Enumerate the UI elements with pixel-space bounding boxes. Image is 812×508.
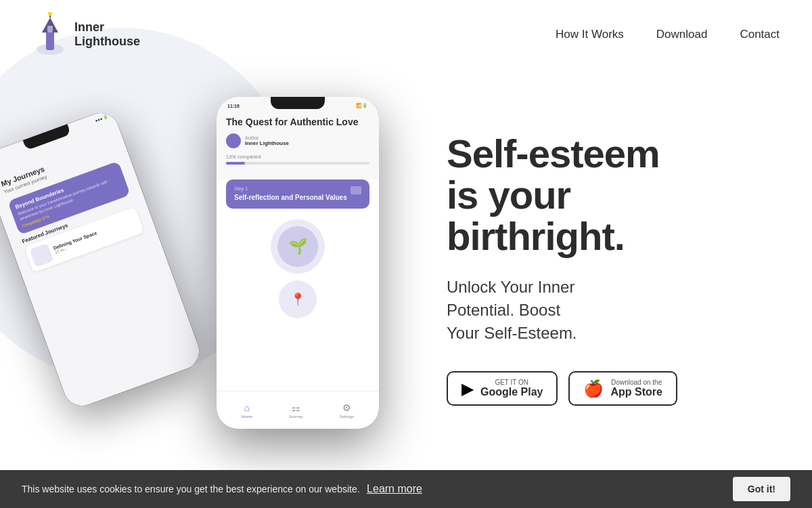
back-phone-screen-content: My Journeys Your current journey Beyond … bbox=[0, 125, 196, 402]
cookie-banner: This website uses cookies to ensure you … bbox=[0, 470, 812, 508]
front-inner-circle: 🌱 bbox=[277, 226, 318, 267]
svg-rect-3 bbox=[47, 26, 53, 33]
logo[interactable]: Inner Lighthouse bbox=[32, 12, 140, 56]
front-nav-home[interactable]: ⌂ Home bbox=[242, 402, 252, 419]
google-play-label: Google Play bbox=[480, 387, 543, 398]
front-author-name: Inner Lighthouse bbox=[245, 140, 289, 146]
front-step-title: Self-reflection and Personal Values bbox=[234, 193, 347, 202]
svg-point-5 bbox=[48, 12, 52, 16]
front-phone-time: 11:16 bbox=[227, 104, 240, 108]
hero-heading-line3: birthright. bbox=[447, 214, 625, 258]
store-buttons: ▶ GET IT ON Google Play 🍎 Download on th… bbox=[447, 371, 771, 406]
front-small-circle: 📍 bbox=[279, 280, 317, 318]
hero-heading-line2: is your bbox=[447, 173, 570, 217]
hero-subheading-line2: Potential. Boost bbox=[447, 301, 560, 319]
front-circles-area: 🌱 bbox=[217, 219, 379, 274]
phones-area: 10:29 ●●● 🔋 My Journeys Your current jou… bbox=[0, 90, 420, 449]
nav-how-it-works[interactable]: How It Works bbox=[556, 28, 624, 41]
front-big-circle: 🌱 bbox=[271, 219, 325, 274]
hero-subheading-line1: Unlock Your Inner bbox=[447, 278, 574, 296]
nav-contact[interactable]: Contact bbox=[740, 28, 780, 41]
front-step-icon bbox=[351, 186, 361, 194]
front-progress-bar-fill bbox=[226, 162, 245, 165]
front-progress-label: 13% completed bbox=[226, 154, 369, 160]
front-step-label: Step 1 bbox=[234, 186, 347, 191]
app-store-pre-text: Download on the bbox=[610, 379, 662, 386]
apple-icon: 🍎 bbox=[583, 381, 604, 397]
front-progress-bar-bg bbox=[226, 162, 369, 165]
front-nav-journey[interactable]: ⚏ Journey bbox=[288, 402, 302, 419]
front-bottom-nav: ⌂ Home ⚏ Journey ⚙ Settings bbox=[217, 391, 379, 429]
plant-icon: 🌱 bbox=[289, 238, 307, 255]
hero-text: Self-esteem is your birthright. Unlock Y… bbox=[420, 133, 771, 406]
front-author-row: Author Inner Lighthouse bbox=[226, 133, 369, 148]
nav-links: How It Works Download Contact bbox=[556, 28, 780, 41]
journey-icon: ⚏ bbox=[292, 402, 300, 413]
front-small-circle-row: 📍 bbox=[217, 280, 379, 318]
hero-subheading: Unlock Your Inner Potential. Boost Your … bbox=[447, 276, 771, 344]
brand-name-line1: Inner bbox=[74, 20, 140, 35]
back-mini-card-icon bbox=[29, 242, 53, 267]
hero-heading: Self-esteem is your birthright. bbox=[447, 133, 771, 257]
cookie-learn-more-link[interactable]: Learn more bbox=[367, 483, 422, 494]
front-quest-title: The Quest for Authentic Love bbox=[226, 116, 369, 128]
svg-rect-1 bbox=[46, 31, 54, 50]
nav-download[interactable]: Download bbox=[656, 28, 708, 41]
front-phone-status-icons: 📶🔋 bbox=[356, 103, 368, 108]
front-step-card[interactable]: Step 1 Self-reflection and Personal Valu… bbox=[226, 179, 369, 209]
cookie-text-area: This website uses cookies to ensure you … bbox=[22, 483, 422, 495]
hero-subheading-line3: Your Self-Esteem. bbox=[447, 324, 577, 342]
cookie-message: This website uses cookies to ensure you … bbox=[22, 484, 360, 494]
lighthouse-icon bbox=[32, 12, 68, 56]
settings-icon: ⚙ bbox=[342, 402, 351, 413]
plant-pin-icon: 📍 bbox=[290, 292, 305, 307]
brand-name-line2: Lighthouse bbox=[74, 35, 140, 49]
front-nav-settings[interactable]: ⚙ Settings bbox=[339, 402, 354, 419]
home-icon: ⌂ bbox=[244, 402, 250, 413]
google-play-icon: ▶ bbox=[461, 381, 474, 397]
phone-front: 11:16 📶🔋 The Quest for Authentic Love Au… bbox=[217, 97, 379, 429]
phone-back: 10:29 ●●● 🔋 My Journeys Your current jou… bbox=[0, 108, 204, 411]
hero-heading-line1: Self-esteem bbox=[447, 131, 660, 175]
front-phone-status-bar: 11:16 📶🔋 bbox=[217, 101, 379, 110]
google-play-button[interactable]: ▶ GET IT ON Google Play bbox=[447, 371, 558, 406]
front-author-label: Author bbox=[245, 135, 289, 140]
navbar: Inner Lighthouse How It Works Download C… bbox=[0, 0, 812, 68]
app-store-label: App Store bbox=[610, 387, 662, 398]
cookie-got-it-button[interactable]: Got it! bbox=[733, 477, 790, 501]
google-play-pre-text: GET IT ON bbox=[480, 379, 543, 386]
hero-section: 10:29 ●●● 🔋 My Journeys Your current jou… bbox=[0, 68, 812, 471]
front-author-avatar bbox=[226, 133, 241, 148]
app-store-button[interactable]: 🍎 Download on the App Store bbox=[568, 371, 677, 406]
